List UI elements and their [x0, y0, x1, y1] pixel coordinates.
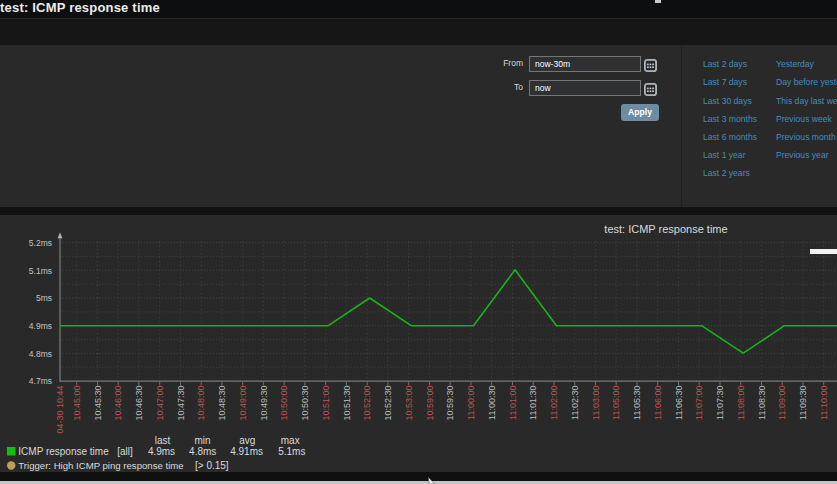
svg-text:11:02:30: 11:02:30: [570, 386, 580, 420]
svg-text:ICMP response time: ICMP response time: [18, 446, 109, 457]
svg-text:10:52:30: 10:52:30: [383, 386, 393, 421]
svg-text:[all]: [all]: [117, 446, 133, 457]
svg-text:11:01:30: 11:01:30: [528, 386, 538, 420]
svg-text:10:47:00: 10:47:00: [155, 386, 165, 421]
svg-text:10:51:00: 10:51:00: [321, 386, 331, 421]
svg-text:10:49:30: 10:49:30: [259, 386, 269, 421]
svg-text:10:47:30: 10:47:30: [176, 386, 186, 421]
svg-text:11:02:00: 11:02:00: [549, 386, 559, 420]
svg-text:4.8ms: 4.8ms: [29, 349, 52, 359]
svg-text:11:05:30: 11:05:30: [632, 386, 642, 420]
svg-text:Trigger: High ICMP ping respon: Trigger: High ICMP ping response time: [18, 460, 183, 471]
svg-text:10:51:30: 10:51:30: [342, 386, 352, 421]
svg-text:4.7ms: 4.7ms: [29, 376, 52, 386]
svg-text:10:45:30: 10:45:30: [93, 386, 103, 421]
svg-text:11:05:00: 11:05:00: [611, 386, 621, 420]
svg-text:11:09:00: 11:09:00: [777, 386, 787, 420]
svg-text:10:46:00: 10:46:00: [113, 386, 123, 421]
svg-text:11:07:00: 11:07:00: [694, 386, 704, 420]
svg-text:5.1ms: 5.1ms: [29, 266, 52, 276]
svg-text:10:45:00: 10:45:00: [72, 386, 82, 421]
svg-text:11:03:00: 11:03:00: [591, 386, 601, 420]
svg-text:10:59:30: 10:59:30: [445, 386, 455, 421]
svg-text:11:00:00: 11:00:00: [466, 386, 476, 420]
svg-text:last: last: [155, 435, 171, 446]
svg-text:max: max: [281, 435, 300, 446]
svg-text:10:59:00: 10:59:00: [425, 386, 435, 421]
svg-text:11:10:00: 11:10:00: [819, 386, 829, 420]
svg-text:10:48:00: 10:48:00: [196, 386, 206, 421]
svg-text:min: min: [195, 435, 211, 446]
svg-text:11:07:30: 11:07:30: [715, 386, 725, 420]
svg-text:4.8ms: 4.8ms: [189, 446, 216, 457]
svg-text:11:09:30: 11:09:30: [798, 386, 808, 420]
svg-text:5ms: 5ms: [36, 293, 52, 303]
svg-text:11:01:00: 11:01:00: [508, 386, 518, 420]
svg-text:10:48:30: 10:48:30: [217, 386, 227, 421]
svg-text:10:50:00: 10:50:00: [279, 386, 289, 421]
svg-text:11:00:30: 11:00:30: [487, 386, 497, 420]
svg-text:11:06:00: 11:06:00: [653, 386, 663, 420]
svg-text:4.9ms: 4.9ms: [29, 321, 52, 331]
svg-text:04-30 10:44: 04-30 10:44: [55, 386, 65, 434]
svg-text:11:06:30: 11:06:30: [674, 386, 684, 420]
svg-text:[> 0.15]: [> 0.15]: [195, 460, 229, 471]
svg-text:11:08:00: 11:08:00: [736, 386, 746, 420]
svg-text:10:53:00: 10:53:00: [404, 386, 414, 421]
svg-text:4.9ms: 4.9ms: [148, 446, 175, 457]
svg-text:4.91ms: 4.91ms: [230, 446, 263, 457]
svg-text:10:46:30: 10:46:30: [134, 386, 144, 421]
svg-text:test: ICMP response time: test: ICMP response time: [604, 223, 727, 235]
svg-text:10:50:30: 10:50:30: [300, 386, 310, 421]
svg-text:5.1ms: 5.1ms: [278, 446, 305, 457]
svg-text:11:08:30: 11:08:30: [757, 386, 767, 420]
svg-text:5.2ms: 5.2ms: [29, 238, 52, 248]
svg-text:10:52:00: 10:52:00: [362, 386, 372, 421]
svg-text:10:49:00: 10:49:00: [238, 386, 248, 421]
svg-text:avg: avg: [239, 435, 255, 446]
